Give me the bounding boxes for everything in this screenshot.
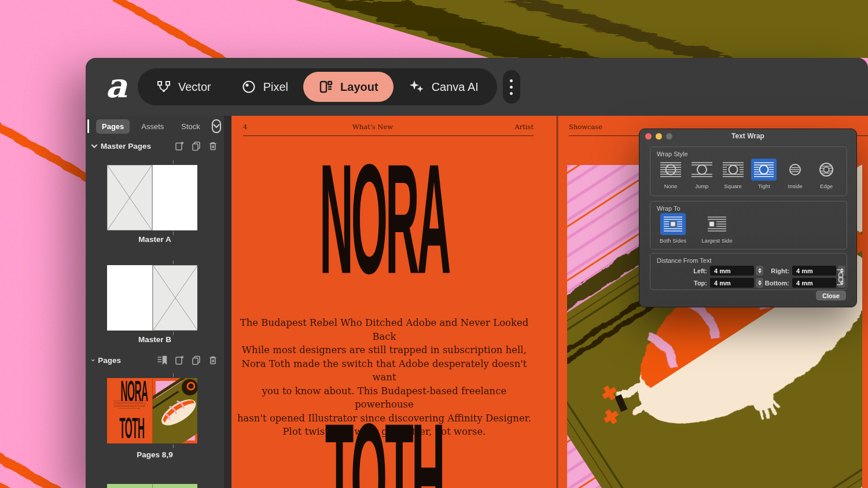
both-sides-icon	[660, 213, 686, 235]
pages-section-label: Pages	[98, 356, 121, 365]
tab-canva-ai[interactable]: Canva AI	[393, 72, 494, 102]
wrap-style-none[interactable]: None	[656, 159, 685, 189]
master-b-label: Master B	[86, 335, 224, 344]
affinity-logo: a	[101, 71, 132, 103]
master-a-label: Master A	[86, 235, 224, 244]
next-spread-thumbnail[interactable]	[107, 484, 197, 488]
pages-panel: Pages Assets Stock Master Pages	[86, 116, 225, 488]
distance-left-input[interactable]: 4 mm	[710, 266, 754, 276]
mode-tab-group: Vector Pixel	[138, 68, 497, 105]
link-values-icon[interactable]	[836, 265, 845, 289]
wrap-none-icon	[658, 159, 683, 181]
headline-toth: TOTH	[231, 431, 537, 488]
wrap-square-icon	[720, 159, 746, 181]
wrap-style-jump[interactable]: Jump	[687, 159, 716, 189]
desktop: a Vector	[0, 0, 868, 488]
wrap-to-both-sides[interactable]: Both Sides	[656, 213, 690, 244]
wrap-to-group: Wrap To Both Sides	[650, 201, 847, 249]
pixel-icon	[241, 79, 256, 94]
panel-options-button[interactable]	[212, 119, 221, 133]
tab-layout-label: Layout	[340, 80, 378, 94]
sparkles-icon	[409, 79, 425, 95]
running-head-right: Artist	[514, 123, 534, 131]
wrap-style-edge[interactable]: Edge	[812, 159, 841, 189]
tab-vector-label: Vector	[178, 80, 211, 94]
pages-8-9-thumbnail[interactable]: NORA The Budapest Rebel Who Ditched Adob…	[107, 378, 197, 443]
wrap-edge-icon	[814, 159, 839, 181]
document-page-left: 4 What's New Artist NORA The Budapest Re…	[231, 116, 557, 488]
master-b-thumbnail[interactable]	[107, 265, 197, 331]
panel-tab-row: Pages Assets Stock	[96, 118, 219, 134]
master-a-thumbnail[interactable]	[107, 165, 197, 230]
distance-bottom-label: Bottom:	[762, 280, 789, 287]
tab-vector[interactable]: Vector	[141, 72, 226, 102]
add-page-icon[interactable]	[174, 355, 185, 365]
largest-side-icon	[704, 213, 730, 235]
pages-8-9-label: Pages 8,9	[86, 450, 224, 459]
panel-tab-assets[interactable]: Assets	[135, 119, 170, 134]
wrap-to-largest-side[interactable]: Largest Side	[698, 213, 736, 244]
collapse-chevron-icon[interactable]	[91, 144, 97, 148]
wrap-style-label: Wrap Style	[657, 151, 688, 157]
distance-left-label: Left:	[679, 267, 707, 274]
running-head-showcase: Showcase	[569, 123, 602, 131]
distance-right-input[interactable]: 4 mm	[792, 266, 836, 276]
apply-master-icon[interactable]	[157, 355, 168, 365]
wrap-inside-icon	[782, 159, 808, 181]
master-pages-label: Master Pages	[101, 142, 151, 151]
wrap-tight-icon	[751, 159, 777, 181]
add-page-icon[interactable]	[174, 141, 185, 151]
distance-label: Distance From Text	[657, 257, 712, 264]
wrap-style-square[interactable]: Square	[719, 159, 748, 189]
dialog-titlebar[interactable]: Text Wrap	[639, 129, 856, 143]
panel-grip[interactable]	[87, 119, 89, 133]
app-topbar: a Vector	[86, 58, 868, 116]
close-button[interactable]: Close	[816, 291, 846, 300]
wrap-style-tight[interactable]: Tight	[749, 159, 778, 189]
tab-layout[interactable]: Layout	[303, 72, 393, 102]
wrap-jump-icon	[689, 159, 715, 181]
distance-top-input[interactable]: 4 mm	[710, 278, 754, 288]
panel-tab-stock[interactable]: Stock	[175, 119, 206, 134]
dialog-title: Text Wrap	[639, 132, 856, 140]
headline-nora: NORA	[231, 172, 537, 288]
pages-section-header: Pages	[91, 354, 218, 366]
distance-top-label: Top:	[679, 280, 707, 287]
panel-tab-pages[interactable]: Pages	[96, 119, 130, 134]
more-menu-button[interactable]	[503, 70, 520, 104]
tab-canva-ai-label: Canva AI	[432, 80, 479, 94]
vector-icon	[156, 79, 171, 94]
master-pages-header: Master Pages	[91, 140, 218, 152]
running-head-center: What's New	[231, 123, 514, 131]
sushi-thumb-art	[153, 378, 197, 443]
wrap-to-label: Wrap To	[657, 205, 681, 212]
distance-right-label: Right:	[762, 267, 789, 274]
duplicate-page-icon[interactable]	[191, 141, 201, 151]
distance-group: Distance From Text Left: 4 mm Top: 4 mm …	[650, 253, 847, 290]
delete-page-icon[interactable]	[208, 141, 218, 151]
duplicate-page-icon[interactable]	[191, 355, 201, 365]
layout-icon	[318, 79, 333, 94]
collapse-chevron-icon[interactable]	[91, 358, 94, 362]
tab-pixel[interactable]: Pixel	[226, 72, 303, 102]
text-wrap-dialog: Text Wrap Wrap Style None	[639, 129, 857, 307]
distance-bottom-input[interactable]: 4 mm	[792, 278, 836, 288]
delete-page-icon[interactable]	[208, 355, 218, 365]
wrap-style-inside[interactable]: Inside	[781, 159, 810, 189]
tab-pixel-label: Pixel	[263, 80, 288, 94]
wrap-style-group: Wrap Style None	[650, 146, 847, 196]
